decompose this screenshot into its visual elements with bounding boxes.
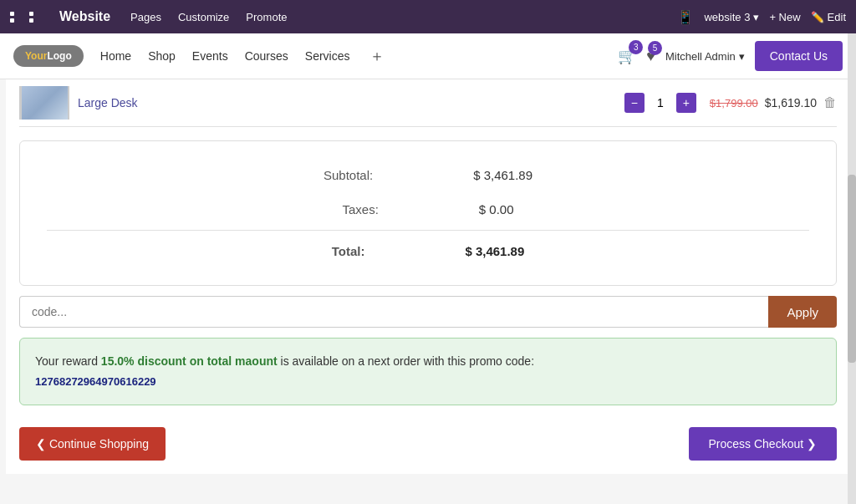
subtotal-value: $ 3,461.89 — [473, 168, 532, 182]
reward-highlight: 15.0% discount on total maount — [101, 354, 278, 368]
reward-code: 12768272964970616229 — [35, 374, 821, 391]
nav-services[interactable]: Services — [305, 49, 350, 63]
logo[interactable]: YourLogo — [13, 45, 84, 67]
total-row: Total: $ 3,461.89 — [47, 234, 809, 268]
nav-events[interactable]: Events — [192, 49, 228, 63]
subtotal-label: Subtotal: — [324, 168, 373, 182]
edit-button[interactable]: ✏️ Edit — [811, 11, 846, 23]
contact-button[interactable]: Contact Us — [755, 41, 843, 71]
order-summary: Subtotal: $ 3,461.89 Taxes: $ 0.00 Total… — [19, 140, 837, 286]
delete-item-button[interactable]: 🗑 — [823, 95, 837, 110]
reward-message: Your reward 15.0% discount on total maou… — [19, 338, 837, 405]
continue-shopping-button[interactable]: ❮ Continue Shopping — [19, 427, 166, 461]
promo-code-input[interactable] — [19, 296, 768, 328]
nav-shop[interactable]: Shop — [148, 49, 176, 63]
taxes-label: Taxes: — [342, 202, 378, 216]
nav-courses[interactable]: Courses — [245, 49, 288, 63]
cart-item-row: Large Desk − 1 + $1,799.00 $1,619.10 🗑 — [19, 79, 837, 127]
wishlist-badge: 5 — [648, 41, 662, 55]
nav-right: 🛒 3 ♥ 5 Mitchell Admin ▾ Contact Us — [618, 41, 843, 71]
discounted-price: $1,619.10 — [765, 96, 817, 109]
new-button[interactable]: + New — [769, 11, 800, 23]
wishlist-button[interactable]: ♥ 5 — [646, 48, 655, 65]
product-thumbnail — [19, 86, 69, 120]
product-name: Large Desk — [78, 96, 611, 109]
admin-bar-right: 📱 website 3 ▾ + New ✏️ Edit — [677, 9, 846, 25]
main-nav: Home Shop Events Courses Services ＋ — [100, 46, 385, 66]
quantity-value: 1 — [648, 96, 673, 109]
process-checkout-button[interactable]: Process Checkout ❯ — [689, 427, 838, 461]
quantity-controls: − 1 + — [624, 93, 696, 113]
scrollbar-thumb[interactable] — [848, 175, 856, 363]
reward-text-prefix: Your reward — [35, 354, 101, 368]
nav-bar: YourLogo Home Shop Events Courses Servic… — [0, 33, 856, 79]
nav-home[interactable]: Home — [100, 49, 131, 63]
site-selector[interactable]: website 3 ▾ — [704, 11, 759, 23]
taxes-value: $ 0.00 — [479, 202, 514, 216]
site-title: Website — [59, 9, 110, 24]
scrollbar[interactable] — [848, 33, 856, 474]
taxes-row: Taxes: $ 0.00 — [47, 192, 809, 227]
subtotal-row: Subtotal: $ 3,461.89 — [47, 158, 809, 192]
mobile-icon[interactable]: 📱 — [677, 9, 694, 25]
main-content: Large Desk − 1 + $1,799.00 $1,619.10 🗑 S… — [6, 79, 850, 474]
original-price: $1,799.00 — [710, 97, 758, 109]
summary-divider — [47, 230, 809, 231]
user-menu[interactable]: Mitchell Admin ▾ — [665, 50, 745, 63]
admin-bar: Website Pages Customize Promote 📱 websit… — [0, 0, 856, 33]
promo-row: Apply — [19, 296, 837, 328]
admin-nav-pages[interactable]: Pages — [130, 11, 161, 23]
admin-nav-customize[interactable]: Customize — [178, 11, 229, 23]
grid-menu-icon[interactable] — [10, 12, 46, 23]
admin-nav-promote[interactable]: Promote — [246, 11, 287, 23]
nav-add-icon[interactable]: ＋ — [369, 46, 385, 66]
product-image — [22, 86, 68, 120]
quantity-decrease[interactable]: − — [624, 93, 645, 113]
reward-text-suffix: is available on a next order with this p… — [278, 354, 534, 368]
quantity-increase[interactable]: + — [676, 93, 696, 113]
total-label: Total: — [332, 244, 365, 258]
cart-button[interactable]: 🛒 3 — [618, 47, 636, 65]
bottom-actions: ❮ Continue Shopping Process Checkout ❯ — [19, 419, 837, 474]
apply-promo-button[interactable]: Apply — [768, 296, 837, 328]
total-value: $ 3,461.89 — [465, 244, 524, 258]
cart-badge: 3 — [629, 40, 643, 54]
admin-nav: Pages Customize Promote — [130, 11, 287, 23]
